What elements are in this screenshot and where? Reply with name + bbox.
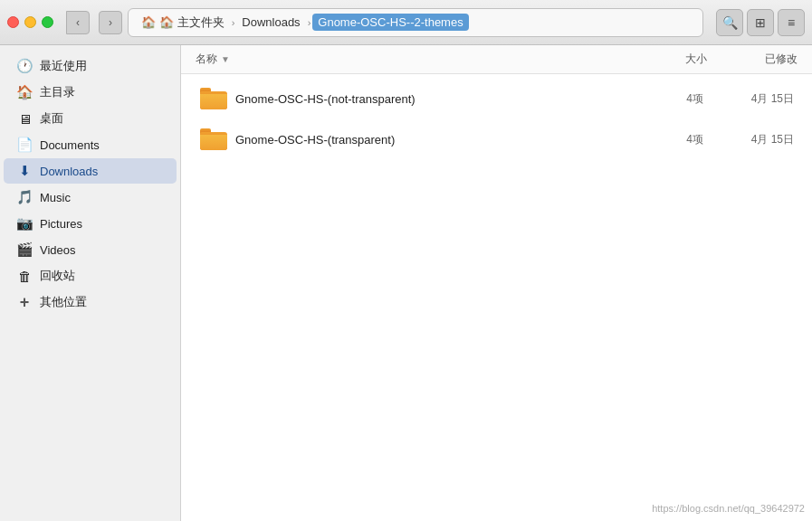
desktop-icon: 🖥 [16,110,33,127]
breadcrumb-sep-1: › [232,17,235,28]
column-header: 名称 ▼ 大小 已修改 [181,45,812,74]
nav-forward-button[interactable]: › [99,11,122,34]
file-size: 4项 [631,91,703,107]
breadcrumb-bar: 🏠 🏠 主文件夹 › Downloads › Gnome-OSC-HS--2-t… [128,8,703,37]
sidebar-item-other[interactable]: + 其他位置 [4,289,177,315]
downloads-icon: ⬇ [16,163,33,179]
sidebar-item-pictures[interactable]: 📷 Pictures [4,211,177,236]
sidebar-item-desktop[interactable]: 🖥 桌面 [4,106,177,131]
folder-icon [200,128,227,150]
sidebar-item-videos-label: Videos [40,243,76,257]
videos-icon: 🎬 [16,242,33,258]
col-date-label: 已修改 [765,52,798,65]
breadcrumb-home-label: 🏠 主文件夹 [159,14,224,31]
folder-icon-wrap [199,84,228,113]
breadcrumb-home[interactable]: 🏠 🏠 主文件夹 [136,13,230,33]
trash-icon: 🗑 [16,268,33,284]
file-list: Gnome-OSC-HS-(not-transparent) 4项 4月 15日… [181,74,812,521]
breadcrumb-downloads[interactable]: Downloads [236,14,305,31]
col-size-label: 大小 [685,52,707,65]
sidebar-item-recent[interactable]: 🕐 最近使用 [4,53,177,79]
sidebar-item-videos[interactable]: 🎬 Videos [4,237,177,262]
sidebar-item-trash-label: 回收站 [40,268,75,284]
sort-arrow-icon: ▼ [221,54,230,64]
sidebar-item-desktop-label: 桌面 [40,110,63,127]
sidebar-item-downloads[interactable]: ⬇ Downloads [4,158,177,184]
toolbar-right: 🔍 ⊞ ≡ [716,9,805,36]
col-size-header[interactable]: 大小 [635,52,707,67]
traffic-lights [7,16,53,28]
recent-icon: 🕐 [16,58,33,74]
col-date-header[interactable]: 已修改 [707,52,798,67]
breadcrumb-current[interactable]: Gnome-OSC-HS--2-themes [312,14,468,31]
music-icon: 🎵 [16,189,33,205]
sidebar-item-pictures-label: Pictures [40,217,82,231]
table-row[interactable]: Gnome-OSC-HS-(not-transparent) 4项 4月 15日 [185,79,808,118]
nav-back-button[interactable]: ‹ [66,11,90,34]
file-name: Gnome-OSC-HS-(transparent) [235,133,631,147]
col-name-header[interactable]: 名称 ▼ [196,52,635,67]
maximize-button[interactable] [42,16,53,28]
file-size: 4项 [631,132,703,147]
search-button[interactable]: 🔍 [716,9,743,36]
sidebar-item-documents[interactable]: 📄 Documents [4,132,177,157]
sidebar-item-trash[interactable]: 🗑 回收站 [4,263,177,289]
file-area: 名称 ▼ 大小 已修改 Gnome-OSC-HS [181,45,812,521]
file-date: 4月 15日 [703,91,794,107]
sidebar-item-documents-label: Documents [40,138,100,152]
sidebar-item-music[interactable]: 🎵 Music [4,185,177,210]
grid-view-button[interactable]: ⊞ [747,9,774,36]
sidebar-item-recent-label: 最近使用 [40,58,87,74]
folder-icon-wrap [199,125,228,154]
sidebar-item-home[interactable]: 🏠 主目录 [4,80,177,105]
other-icon: + [16,294,33,310]
menu-button[interactable]: ≡ [778,9,805,36]
pictures-icon: 📷 [16,215,33,232]
col-name-label: 名称 [196,52,217,67]
main-container: 🕐 最近使用 🏠 主目录 🖥 桌面 📄 Documents ⬇ Download… [0,45,812,521]
sidebar-item-music-label: Music [40,191,71,204]
file-name: Gnome-OSC-HS-(not-transparent) [235,92,631,106]
table-row[interactable]: Gnome-OSC-HS-(transparent) 4项 4月 15日 [185,119,808,159]
close-button[interactable] [7,16,19,28]
home-icon: 🏠 [141,15,156,29]
breadcrumb-current-label: Gnome-OSC-HS--2-themes [318,15,463,29]
titlebar: ‹ › 🏠 🏠 主文件夹 › Downloads › Gnome-OSC-HS-… [0,0,812,45]
breadcrumb-downloads-label: Downloads [242,15,300,29]
home-sidebar-icon: 🏠 [16,84,33,100]
file-date: 4月 15日 [703,132,794,147]
sidebar-item-home-label: 主目录 [40,84,75,100]
breadcrumb-sep-2: › [308,17,311,28]
sidebar: 🕐 最近使用 🏠 主目录 🖥 桌面 📄 Documents ⬇ Download… [0,45,181,521]
minimize-button[interactable] [24,16,36,28]
documents-icon: 📄 [16,137,33,153]
folder-icon [200,88,227,109]
sidebar-item-other-label: 其他位置 [40,294,87,310]
sidebar-item-downloads-label: Downloads [40,165,98,178]
